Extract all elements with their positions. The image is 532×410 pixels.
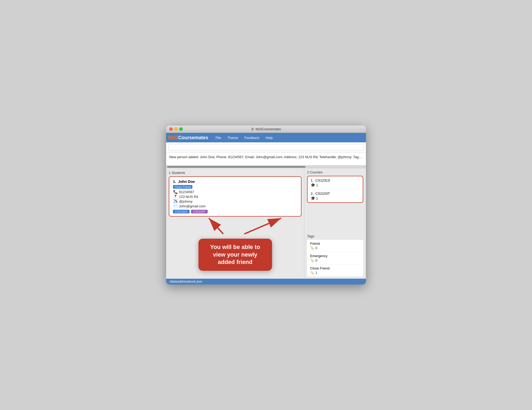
annotation-box: You will be able to view your newly adde… — [198, 239, 272, 271]
tag-friend-count: 🏷️ 0 — [310, 246, 360, 250]
tag-emergency-name: Emergency — [310, 254, 360, 258]
tag-friend: Friend 🏷️ 0 — [307, 240, 363, 252]
address-value: 123 NUS Rd — [179, 195, 198, 199]
email-icon: ✉️ — [173, 204, 178, 208]
person-icon-2: 🎓 — [311, 196, 315, 200]
tag-close-friend-count: 🏷️ 1 — [310, 271, 360, 275]
close-friend-badge: Close Friend — [173, 185, 192, 189]
tag-close-friend: Close Friend 🏷️ 1 — [307, 264, 363, 277]
course-name-cs2103t: 2. CS2103T — [311, 192, 360, 196]
person-icon-1: 🎓 — [311, 183, 315, 187]
telegram-icon: ✈️ — [173, 199, 178, 203]
right-panel: 2 Courses 1. CS1231S 🎓 1 2. CS2103T — [304, 168, 366, 279]
brand-nus: NUS — [168, 135, 178, 140]
main-content: 1 Students 1. John Doe Close Friend 📞 81… — [166, 168, 366, 279]
courses-spacer — [304, 205, 366, 232]
course-name-cs1231s: 1. CS1231S — [311, 178, 360, 182]
student-name: 1. John Doe — [173, 179, 297, 184]
phone-value: 81234567 — [179, 190, 194, 194]
command-area — [166, 142, 366, 152]
result-area: New person added: John Doe; Phone: 81234… — [166, 152, 366, 166]
address-row: 📍 123 NUS Rd — [173, 194, 297, 199]
telehandle-value: @johnny — [179, 199, 193, 203]
phone-icon: 📞 — [173, 190, 178, 194]
email-row: ✉️ John@gmail.com — [173, 204, 297, 208]
status-path: ./data/addressbook.json — [169, 280, 202, 283]
tag-close-friend-icon: 🏷️ — [310, 271, 314, 275]
courses-count: 2 Courses — [307, 170, 363, 174]
course-count-cs1231s: 🎓 1 — [311, 183, 360, 187]
menu-items: File Theme Feedback Help — [212, 133, 276, 142]
tag-friend-icon: 🏷️ — [310, 246, 314, 250]
minimize-button[interactable] — [174, 127, 178, 131]
student-card: 1. John Doe Close Friend 📞 81234567 📍 12… — [169, 176, 301, 217]
location-icon: 📍 — [173, 194, 178, 199]
brand-coursemates: Coursemates — [178, 135, 208, 140]
tags-list: Friend 🏷️ 0 Emergency 🏷️ 0 — [307, 240, 363, 277]
course-list: 1. CS1231S 🎓 1 2. CS2103T 🎓 1 — [307, 176, 363, 203]
window-title: 🗓 NUSCoursemates — [251, 127, 281, 131]
svg-line-2 — [209, 218, 223, 234]
courses-section: 2 Courses 1. CS1231S 🎓 1 2. CS2103T — [304, 168, 366, 205]
title-bar: 🗓 NUSCoursemates — [166, 126, 366, 133]
traffic-lights — [169, 127, 183, 131]
phone-row: 📞 81234567 — [173, 190, 297, 194]
close-button[interactable] — [169, 127, 173, 131]
command-input[interactable] — [168, 144, 364, 151]
app-brand: NUSCoursemates — [168, 135, 208, 141]
course-item-cs1231s: 1. CS1231S 🎓 1 — [308, 176, 363, 189]
course-item-cs2103t: 2. CS2103T 🎓 1 — [308, 189, 363, 202]
students-count: 1 Students — [169, 171, 301, 175]
annotation-text: You will be able to view your newly adde… — [210, 244, 260, 265]
tag-close-friend-name: Close Friend — [310, 266, 360, 270]
menu-feedback[interactable]: Feedback — [241, 133, 262, 142]
course-tags: CS1231S CS2103T — [173, 210, 297, 213]
svg-line-3 — [244, 218, 281, 234]
scroll-thumb — [167, 166, 305, 168]
maximize-button[interactable] — [179, 127, 183, 131]
left-panel: 1 Students 1. John Doe Close Friend 📞 81… — [166, 168, 304, 279]
telehandle-row: ✈️ @johnny — [173, 199, 297, 203]
status-bar: ./data/addressbook.json — [166, 279, 366, 284]
scroll-track[interactable] — [166, 166, 366, 168]
course-tag-cs1231s: CS1231S — [173, 210, 190, 213]
tag-emergency-icon: 🏷️ — [310, 258, 314, 262]
menu-file[interactable]: File — [212, 133, 224, 142]
tag-friend-name: Friend — [310, 242, 360, 246]
app-window: 🗓 NUSCoursemates NUSCoursemates File The… — [166, 126, 366, 284]
tag-emergency: Emergency 🏷️ 0 — [307, 252, 363, 264]
tag-emergency-count: 🏷️ 0 — [310, 258, 360, 262]
window-icon: 🗓 — [251, 127, 254, 131]
result-text: New person added: John Doe; Phone: 81234… — [169, 155, 366, 159]
course-tag-cs2103t: CS2103T — [191, 210, 207, 213]
menu-help[interactable]: Help — [263, 133, 276, 142]
arrows-svg — [166, 213, 304, 271]
course-count-cs2103t: 🎓 1 — [311, 196, 360, 200]
menu-bar: NUSCoursemates File Theme Feedback Help — [166, 133, 366, 142]
tags-section: Tags Friend 🏷️ 0 Emergency 🏷️ 0 — [304, 232, 366, 279]
email-value: John@gmail.com — [179, 204, 206, 208]
tags-label: Tags — [307, 234, 363, 238]
menu-theme[interactable]: Theme — [224, 133, 241, 142]
